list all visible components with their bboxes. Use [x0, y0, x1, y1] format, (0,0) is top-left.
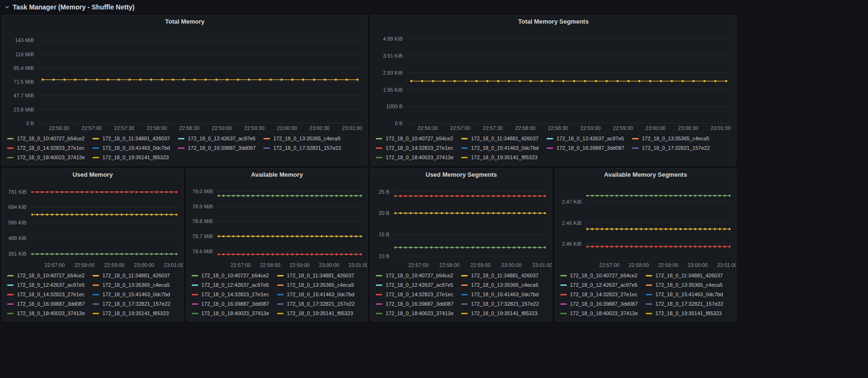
- svg-text:0 B: 0 B: [395, 120, 403, 126]
- legend-item-series-4[interactable]: 172_18_0_14:32823_27e1ec: [7, 290, 93, 299]
- chart-area-used-memory-segments[interactable]: 10 B15 B20 B25 B22:57:0022:58:0022:59:00…: [371, 181, 552, 270]
- panel-header-used-memory-segments[interactable]: Used Memory Segments: [371, 169, 552, 181]
- legend-item-series-8[interactable]: 172_18_0_18:40023_37413e: [7, 153, 93, 162]
- legend-item-series-2[interactable]: 172_18_0_12:42637_ac97e5: [7, 280, 93, 290]
- dashboard: Total Memory 0 B23.8 MiB47.7 MiB71.5 MiB…: [0, 14, 738, 322]
- legend-item-series-1[interactable]: 172_18_0_11:34881_426037: [93, 271, 178, 280]
- legend-item-series-9[interactable]: 172_18_0_19:35141_f85323: [277, 309, 362, 318]
- series-color-swatch: [7, 303, 14, 305]
- panel-title-text: Available Memory Segments: [604, 171, 687, 178]
- legend-item-series-2[interactable]: 172_18_0_12:42637_ac97e5: [376, 280, 461, 290]
- legend-item-series-5[interactable]: 172_18_0_15:41463_0dc7bd: [277, 290, 362, 299]
- series-name: 172_18_0_17:32821_157e22: [273, 145, 341, 151]
- chart-area-available-memory[interactable]: 78.6 MiB78.7 MiB78.8 MiB78.9 MiB79.0 MiB…: [187, 181, 368, 270]
- legend-item-series-6[interactable]: 172_18_0_16:39887_3dd087: [178, 143, 263, 153]
- dashboard-row-header[interactable]: Task Manager (Memory - Shuffle Netty): [0, 0, 868, 14]
- panel-header-available-memory-segments[interactable]: Available Memory Segments: [556, 169, 736, 181]
- legend-item-series-8[interactable]: 172_18_0_18:40023_37413e: [376, 309, 461, 318]
- legend-item-series-3[interactable]: 172_18_0_13:35365_c4eca5: [277, 280, 362, 290]
- legend-item-series-1[interactable]: 172_18_0_11:34881_426037: [277, 271, 362, 280]
- series-name: 172_18_0_16:39887_3dd087: [188, 145, 256, 151]
- legend-item-series-4[interactable]: 172_18_0_14:32823_27e1ec: [376, 290, 461, 299]
- svg-text:22:59:30: 22:59:30: [613, 125, 633, 131]
- legend-item-series-0[interactable]: 172_18_0_10:40727_b54ce2: [560, 271, 646, 280]
- chart-area-total-memory-segments[interactable]: 0 B1000 B1.95 KiB2.93 KiB3.91 KiB4.88 Ki…: [371, 28, 736, 133]
- legend-item-series-4[interactable]: 172_18_0_14:32823_27e1ec: [376, 143, 461, 153]
- series-name: 172_18_0_16:39887_3dd087: [17, 301, 85, 307]
- legend-item-series-2[interactable]: 172_18_0_12:42637_ac97e5: [178, 134, 263, 143]
- legend-item-series-1[interactable]: 172_18_0_11:34881_426037: [461, 271, 547, 280]
- panel-header-used-memory[interactable]: Used Memory: [2, 169, 183, 181]
- series-color-swatch: [376, 275, 382, 276]
- legend-item-series-8[interactable]: 172_18_0_18:40023_37413e: [560, 309, 646, 318]
- legend-item-series-5[interactable]: 172_18_0_15:41463_0dc7bd: [93, 143, 178, 153]
- legend-item-series-7[interactable]: 172_18_0_17:32821_157e22: [461, 299, 547, 309]
- series-name: 172_18_0_14:32823_27e1ec: [202, 292, 269, 297]
- series-color-swatch: [93, 284, 99, 286]
- legend-item-series-7[interactable]: 172_18_0_17:32821_157e22: [93, 299, 178, 309]
- legend-item-series-9[interactable]: 172_18_0_19:35141_f85323: [461, 153, 547, 162]
- legend-item-series-5[interactable]: 172_18_0_15:41463_0dc7bd: [93, 290, 178, 299]
- legend-item-series-2[interactable]: 172_18_0_12:42637_ac97e5: [547, 134, 632, 143]
- legend-item-series-0[interactable]: 172_18_0_10:40727_b54ce2: [376, 134, 461, 143]
- legend-item-series-0[interactable]: 172_18_0_10:40727_b54ce2: [376, 271, 461, 280]
- legend-item-series-1[interactable]: 172_18_0_11:34881_426037: [461, 134, 547, 143]
- legend-item-series-9[interactable]: 172_18_0_19:35141_f85323: [93, 153, 178, 162]
- chart-area-used-memory[interactable]: 391 KiB488 KiB586 KiB684 KiB781 KiB22:57…: [2, 181, 183, 270]
- series-name: 172_18_0_16:39887_3dd087: [570, 301, 638, 307]
- svg-text:22:58:00: 22:58:00: [74, 262, 94, 268]
- legend-item-series-3[interactable]: 172_18_0_13:35365_c4eca5: [632, 134, 717, 143]
- legend-item-series-9[interactable]: 172_18_0_19:35141_f85323: [461, 309, 547, 318]
- chart-area-total-memory[interactable]: 0 B23.8 MiB47.7 MiB71.5 MiB95.4 MiB119 M…: [2, 28, 367, 133]
- series-color-swatch: [93, 313, 99, 314]
- series-name: 172_18_0_12:42637_ac97e5: [202, 282, 269, 288]
- panel-header-total-memory[interactable]: Total Memory: [2, 16, 367, 28]
- series-name: 172_18_0_14:32823_27e1ec: [17, 292, 84, 297]
- chart-svg: 0 B23.8 MiB47.7 MiB71.5 MiB95.4 MiB119 M…: [2, 28, 367, 133]
- legend-item-series-6[interactable]: 172_18_0_16:39887_3dd087: [192, 299, 277, 309]
- legend-item-series-8[interactable]: 172_18_0_18:40023_37413e: [192, 309, 277, 318]
- legend-item-series-4[interactable]: 172_18_0_14:32823_27e1ec: [192, 290, 277, 299]
- chart-svg: 10 B15 B20 B25 B22:57:0022:58:0022:59:00…: [371, 181, 552, 270]
- legend-item-series-3[interactable]: 172_18_0_13:35365_c4eca5: [93, 280, 178, 290]
- legend-item-series-0[interactable]: 172_18_0_10:40727_b54ce2: [7, 271, 93, 280]
- legend-item-series-1[interactable]: 172_18_0_11:34881_426037: [646, 271, 731, 280]
- chevron-down-icon[interactable]: [5, 5, 9, 9]
- legend-item-series-7[interactable]: 172_18_0_17:32821_157e22: [632, 143, 717, 153]
- series-color-swatch: [560, 294, 567, 295]
- series-name: 172_18_0_10:40727_b54ce2: [17, 273, 84, 278]
- legend-item-series-2[interactable]: 172_18_0_12:42637_ac97e5: [560, 280, 646, 290]
- legend-item-series-8[interactable]: 172_18_0_18:40023_37413e: [376, 153, 461, 162]
- legend-item-series-2[interactable]: 172_18_0_12:42637_ac97e5: [192, 280, 277, 290]
- legend-item-series-3[interactable]: 172_18_0_13:35365_c4eca5: [461, 280, 547, 290]
- legend-item-series-5[interactable]: 172_18_0_15:41463_0dc7bd: [461, 143, 547, 153]
- legend-item-series-7[interactable]: 172_18_0_17:32821_157e22: [263, 143, 349, 153]
- legend-item-series-8[interactable]: 172_18_0_18:40023_37413e: [7, 309, 93, 318]
- legend-item-series-3[interactable]: 172_18_0_13:35365_c4eca5: [646, 280, 731, 290]
- gridlines: [216, 191, 363, 251]
- legend-item-series-6[interactable]: 172_18_0_16:39887_3dd087: [547, 143, 632, 153]
- legend-item-series-4[interactable]: 172_18_0_14:32823_27e1ec: [7, 143, 93, 153]
- series-line: [586, 195, 731, 197]
- legend-item-series-5[interactable]: 172_18_0_15:41463_0dc7bd: [646, 290, 731, 299]
- svg-text:23:01:00: 23:01:00: [532, 262, 552, 268]
- legend-item-series-9[interactable]: 172_18_0_19:35141_f85323: [646, 309, 731, 318]
- legend-item-series-7[interactable]: 172_18_0_17:32821_157e22: [646, 299, 731, 309]
- legend-item-series-9[interactable]: 172_18_0_19:35141_f85323: [93, 309, 178, 318]
- series-name: 172_18_0_12:42637_ac97e5: [386, 282, 453, 288]
- legend-item-series-3[interactable]: 172_18_0_13:35365_c4eca5: [263, 134, 349, 143]
- legend-item-series-4[interactable]: 172_18_0_14:32823_27e1ec: [560, 290, 646, 299]
- legend-item-series-0[interactable]: 172_18_0_10:40727_b54ce2: [192, 271, 277, 280]
- legend-item-series-5[interactable]: 172_18_0_15:41463_0dc7bd: [461, 290, 547, 299]
- series-color-swatch: [192, 275, 198, 276]
- legend-item-series-6[interactable]: 172_18_0_16:39887_3dd087: [376, 299, 461, 309]
- legend-item-series-7[interactable]: 172_18_0_17:32821_157e22: [277, 299, 362, 309]
- legend-item-series-6[interactable]: 172_18_0_16:39887_3dd087: [7, 299, 93, 309]
- legend-item-series-1[interactable]: 172_18_0_11:34881_426037: [93, 134, 178, 143]
- legend-item-series-6[interactable]: 172_18_0_16:39887_3dd087: [560, 299, 646, 309]
- chart-area-available-memory-segments[interactable]: 2.46 KiB2.46 KiB2.47 KiB22:57:0022:58:00…: [556, 181, 736, 270]
- legend-item-series-0[interactable]: 172_18_0_10:40727_b54ce2: [7, 134, 93, 143]
- panel-header-total-memory-segments[interactable]: Total Memory Segments: [371, 16, 736, 28]
- panel-header-available-memory[interactable]: Available Memory: [187, 169, 368, 181]
- series-line: [31, 191, 177, 193]
